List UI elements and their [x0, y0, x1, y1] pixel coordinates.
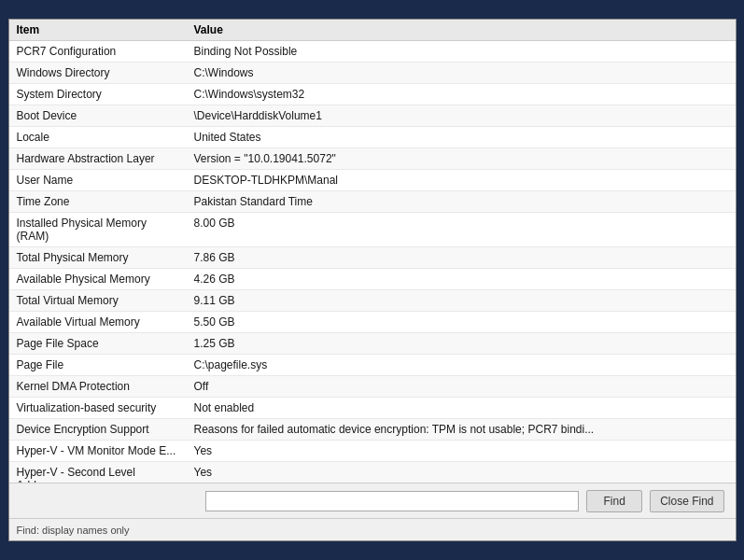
table-row: Page FileC:\pagefile.sys	[9, 355, 736, 376]
row-item-4: Locale	[9, 127, 187, 148]
table-row: Virtualization-based securityNot enabled	[9, 398, 736, 419]
row-item-19: Hyper-V - Second Level Addres...	[9, 462, 187, 483]
row-item-14: Page File	[9, 355, 187, 376]
row-value-19: Yes	[187, 462, 736, 483]
row-value-12: 5.50 GB	[187, 312, 736, 333]
row-item-12: Available Virtual Memory	[9, 312, 187, 333]
table-area: Item Value PCR7 ConfigurationBinding Not…	[9, 20, 736, 483]
table-row: PCR7 ConfigurationBinding Not Possible	[9, 41, 736, 63]
table-row: Hardware Abstraction LayerVersion = "10.…	[9, 148, 736, 170]
table-row: LocaleUnited States	[9, 127, 736, 148]
find-button[interactable]: Find	[586, 490, 642, 512]
row-item-2: System Directory	[9, 84, 187, 105]
table-row: Boot Device\Device\HarddiskVolume1	[9, 105, 736, 127]
row-item-7: Time Zone	[9, 191, 187, 213]
row-value-14: C:\pagefile.sys	[187, 355, 736, 376]
row-value-0: Binding Not Possible	[187, 41, 736, 63]
table-row: Hyper-V - Second Level Addres...Yes	[9, 462, 736, 483]
table-row: Page File Space1.25 GB	[9, 333, 736, 355]
close-find-button[interactable]: Close Find	[650, 490, 723, 512]
row-item-5: Hardware Abstraction Layer	[9, 148, 187, 170]
table-row: Windows DirectoryC:\Windows	[9, 63, 736, 84]
column-header-item: Item	[9, 20, 187, 41]
row-item-0: PCR7 Configuration	[9, 41, 187, 63]
column-header-value: Value	[187, 20, 736, 41]
row-item-17: Device Encryption Support	[9, 419, 187, 441]
footer-bar: Find Close Find	[9, 483, 736, 518]
row-value-5: Version = "10.0.19041.5072"	[187, 148, 736, 170]
row-item-18: Hyper-V - VM Monitor Mode E...	[9, 441, 187, 462]
row-value-9: 7.86 GB	[187, 247, 736, 269]
window-content: Item Value PCR7 ConfigurationBinding Not…	[9, 20, 736, 483]
row-value-8: 8.00 GB	[187, 213, 736, 247]
main-window: Item Value PCR7 ConfigurationBinding Not…	[8, 19, 737, 541]
table-row: Total Physical Memory7.86 GB	[9, 247, 736, 269]
row-value-11: 9.11 GB	[187, 290, 736, 312]
row-value-15: Off	[187, 376, 736, 398]
row-value-16: Not enabled	[187, 398, 736, 419]
row-value-7: Pakistan Standard Time	[187, 191, 736, 213]
row-item-15: Kernel DMA Protection	[9, 376, 187, 398]
table-row: Available Physical Memory4.26 GB	[9, 269, 736, 290]
table-row: User NameDESKTOP-TLDHKPM\Manal	[9, 170, 736, 191]
row-value-2: C:\Windows\system32	[187, 84, 736, 105]
find-input[interactable]	[205, 491, 579, 511]
bottom-label: Find: display names only	[9, 518, 736, 540]
row-value-17: Reasons for failed automatic device encr…	[187, 419, 736, 441]
table-row: Time ZonePakistan Standard Time	[9, 191, 736, 213]
table-row: Available Virtual Memory5.50 GB	[9, 312, 736, 333]
table-row: Kernel DMA ProtectionOff	[9, 376, 736, 398]
row-value-18: Yes	[187, 441, 736, 462]
table-row: System DirectoryC:\Windows\system32	[9, 84, 736, 105]
row-item-1: Windows Directory	[9, 63, 187, 84]
row-value-10: 4.26 GB	[187, 269, 736, 290]
row-value-13: 1.25 GB	[187, 333, 736, 355]
table-row: Device Encryption SupportReasons for fai…	[9, 419, 736, 441]
row-value-6: DESKTOP-TLDHKPM\Manal	[187, 170, 736, 191]
row-item-11: Total Virtual Memory	[9, 290, 187, 312]
table-row: Installed Physical Memory (RAM)8.00 GB	[9, 213, 736, 247]
row-item-6: User Name	[9, 170, 187, 191]
row-item-3: Boot Device	[9, 105, 187, 127]
system-info-table: Item Value PCR7 ConfigurationBinding Not…	[9, 20, 736, 483]
row-item-16: Virtualization-based security	[9, 398, 187, 419]
bottom-label-text: Find: display names only	[17, 525, 130, 536]
row-value-3: \Device\HarddiskVolume1	[187, 105, 736, 127]
table-row: Total Virtual Memory9.11 GB	[9, 290, 736, 312]
row-item-8: Installed Physical Memory (RAM)	[9, 213, 187, 247]
table-row: Hyper-V - VM Monitor Mode E...Yes	[9, 441, 736, 462]
row-item-9: Total Physical Memory	[9, 247, 187, 269]
row-item-13: Page File Space	[9, 333, 187, 355]
row-value-4: United States	[187, 127, 736, 148]
row-value-1: C:\Windows	[187, 63, 736, 84]
row-item-10: Available Physical Memory	[9, 269, 187, 290]
